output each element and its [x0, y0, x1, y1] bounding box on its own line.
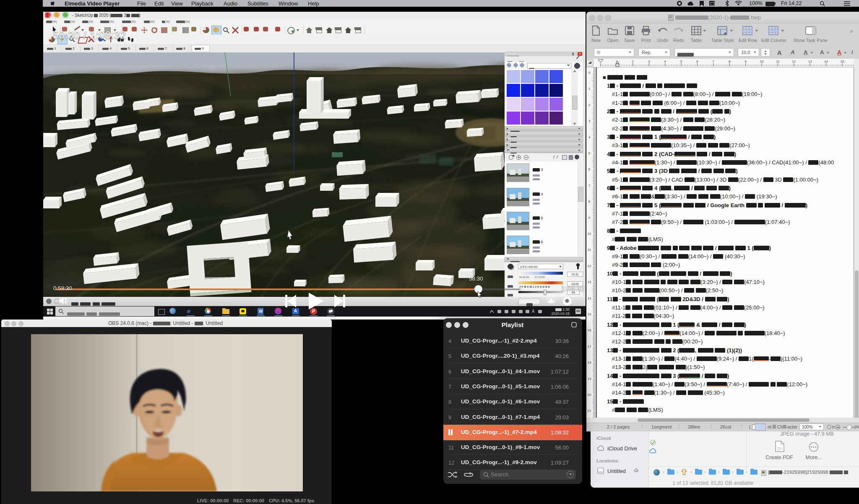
svg-text:19: 19: [588, 377, 591, 381]
svg-text:0: 0: [588, 71, 591, 75]
svg-text:7: 7: [588, 184, 591, 187]
svg-text:12: 12: [588, 264, 591, 268]
svg-text:3: 3: [588, 119, 591, 123]
svg-text:7: 7: [713, 60, 715, 63]
svg-text:4: 4: [588, 135, 591, 139]
svg-text:6: 6: [696, 60, 698, 63]
svg-text:8: 8: [588, 200, 591, 203]
svg-text:12: 12: [792, 60, 796, 63]
svg-text:2: 2: [588, 103, 591, 107]
svg-text:14: 14: [588, 296, 591, 300]
svg-text:16: 16: [588, 328, 591, 332]
svg-text:11: 11: [776, 60, 780, 63]
svg-text:9: 9: [744, 60, 747, 63]
svg-text:15: 15: [588, 312, 591, 316]
svg-text:5: 5: [680, 60, 682, 63]
svg-text:10: 10: [588, 232, 591, 236]
svg-text:1: 1: [588, 87, 591, 91]
svg-text:13: 13: [808, 60, 812, 63]
svg-text:6: 6: [588, 167, 591, 171]
svg-text:18: 18: [588, 361, 591, 364]
svg-text:13: 13: [588, 280, 591, 284]
svg-text:11: 11: [588, 248, 591, 252]
svg-text:14: 14: [824, 60, 828, 63]
svg-text:9: 9: [588, 216, 591, 220]
svg-text:17: 17: [588, 345, 591, 348]
svg-text:4: 4: [664, 60, 666, 63]
svg-text:20: 20: [588, 393, 591, 397]
svg-text:21: 21: [588, 409, 591, 413]
svg-text:15: 15: [841, 60, 844, 63]
svg-text:5: 5: [588, 151, 591, 155]
svg-text:10: 10: [760, 60, 764, 63]
svg-text:3: 3: [648, 60, 650, 63]
svg-text:8: 8: [729, 60, 731, 63]
svg-text:2: 2: [632, 60, 634, 63]
